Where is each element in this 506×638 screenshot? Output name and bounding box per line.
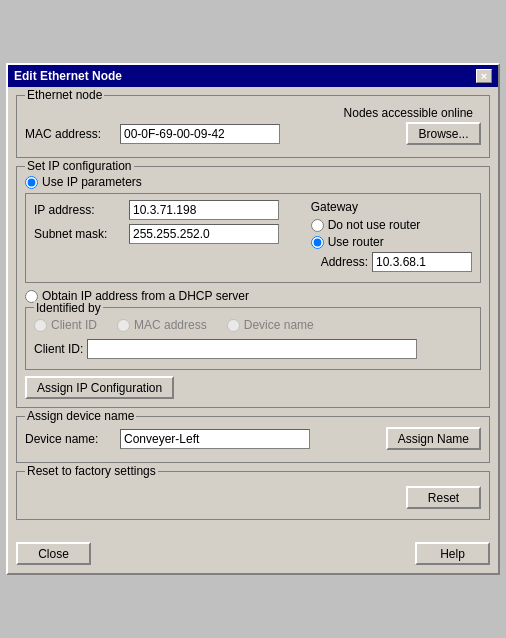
client-id-field-row: Client ID: bbox=[34, 339, 472, 359]
use-ip-label: Use IP parameters bbox=[42, 175, 142, 189]
assign-device-content: Device name: Assign Name bbox=[25, 427, 481, 450]
device-name-label: Device name: bbox=[25, 432, 120, 446]
gateway-section: Gateway Do not use router Use router Add… bbox=[311, 200, 472, 276]
ethernet-node-group: Ethernet node Nodes accessible online MA… bbox=[16, 95, 490, 158]
device-name-input[interactable] bbox=[120, 429, 310, 449]
ip-fields: IP address: Subnet mask: bbox=[34, 200, 295, 276]
no-router-row: Do not use router bbox=[311, 218, 472, 232]
use-router-label: Use router bbox=[328, 235, 384, 249]
client-id-input[interactable] bbox=[87, 339, 417, 359]
mac-address-label: MAC address: bbox=[25, 127, 120, 141]
id-by-radios: Client ID MAC address Device name bbox=[34, 318, 472, 335]
subnet-mask-row: Subnet mask: bbox=[34, 224, 295, 244]
mac-address-input[interactable] bbox=[120, 124, 280, 144]
device-name-radio-row: Device name bbox=[227, 318, 314, 332]
dialog-title: Edit Ethernet Node bbox=[14, 69, 122, 83]
gateway-address-label: Address: bbox=[321, 255, 368, 269]
mac-address-id-label: MAC address bbox=[134, 318, 207, 332]
no-router-label: Do not use router bbox=[328, 218, 421, 232]
set-ip-content: Use IP parameters IP address: Subnet mas… bbox=[25, 175, 481, 399]
help-button[interactable]: Help bbox=[415, 542, 490, 565]
subnet-mask-input[interactable] bbox=[129, 224, 279, 244]
ethernet-node-label: Ethernet node bbox=[25, 88, 104, 102]
set-ip-label: Set IP configuration bbox=[25, 159, 134, 173]
reset-label: Reset to factory settings bbox=[25, 464, 158, 478]
identified-by-box: Identified by Client ID MAC address bbox=[25, 307, 481, 370]
client-id-radio-row: Client ID bbox=[34, 318, 97, 332]
gateway-address-row: Address: bbox=[321, 252, 472, 272]
assign-ip-row: Assign IP Configuration bbox=[25, 376, 481, 399]
ip-params-box: IP address: Subnet mask: Gateway bbox=[25, 193, 481, 283]
assign-ip-button[interactable]: Assign IP Configuration bbox=[25, 376, 174, 399]
use-router-radio[interactable] bbox=[311, 236, 324, 249]
dhcp-section: Obtain IP address from a DHCP server Ide… bbox=[25, 289, 481, 370]
use-ip-radio-row: Use IP parameters bbox=[25, 175, 481, 189]
no-router-radio[interactable] bbox=[311, 219, 324, 232]
dialog-body: Ethernet node Nodes accessible online MA… bbox=[8, 87, 498, 536]
use-router-row: Use router bbox=[311, 235, 472, 249]
ip-params-inner: IP address: Subnet mask: Gateway bbox=[34, 200, 472, 276]
footer-buttons: Close Help bbox=[8, 536, 498, 573]
identified-by-label: Identified by bbox=[34, 301, 103, 315]
edit-ethernet-dialog: Edit Ethernet Node × Ethernet node Nodes… bbox=[6, 63, 500, 575]
client-id-radio-label: Client ID bbox=[51, 318, 97, 332]
reset-group: Reset to factory settings Reset bbox=[16, 471, 490, 520]
mac-address-radio-row: MAC address bbox=[117, 318, 207, 332]
client-id-radio[interactable] bbox=[34, 319, 47, 332]
client-id-field-label: Client ID: bbox=[34, 342, 83, 356]
close-icon[interactable]: × bbox=[476, 69, 492, 83]
ip-address-label: IP address: bbox=[34, 203, 129, 217]
mac-address-row: MAC address: Browse... bbox=[25, 122, 481, 145]
ip-address-row: IP address: bbox=[34, 200, 295, 220]
browse-button[interactable]: Browse... bbox=[406, 122, 481, 145]
reset-button[interactable]: Reset bbox=[406, 486, 481, 509]
ip-address-input[interactable] bbox=[129, 200, 279, 220]
assign-name-button[interactable]: Assign Name bbox=[386, 427, 481, 450]
title-bar: Edit Ethernet Node × bbox=[8, 65, 498, 87]
close-button[interactable]: Close bbox=[16, 542, 91, 565]
assign-device-group: Assign device name Device name: Assign N… bbox=[16, 416, 490, 463]
mac-address-id-radio[interactable] bbox=[117, 319, 130, 332]
use-ip-radio[interactable] bbox=[25, 176, 38, 189]
ethernet-node-content: Nodes accessible online MAC address: Bro… bbox=[25, 106, 481, 145]
gateway-address-input[interactable] bbox=[372, 252, 472, 272]
reset-content: Reset bbox=[25, 482, 481, 511]
gateway-title: Gateway bbox=[311, 200, 472, 214]
subnet-mask-label: Subnet mask: bbox=[34, 227, 129, 241]
device-name-row: Device name: Assign Name bbox=[25, 427, 481, 450]
assign-device-label: Assign device name bbox=[25, 409, 136, 423]
device-name-id-label: Device name bbox=[244, 318, 314, 332]
set-ip-group: Set IP configuration Use IP parameters I… bbox=[16, 166, 490, 408]
device-name-radio[interactable] bbox=[227, 319, 240, 332]
nodes-accessible-label: Nodes accessible online bbox=[344, 106, 473, 120]
